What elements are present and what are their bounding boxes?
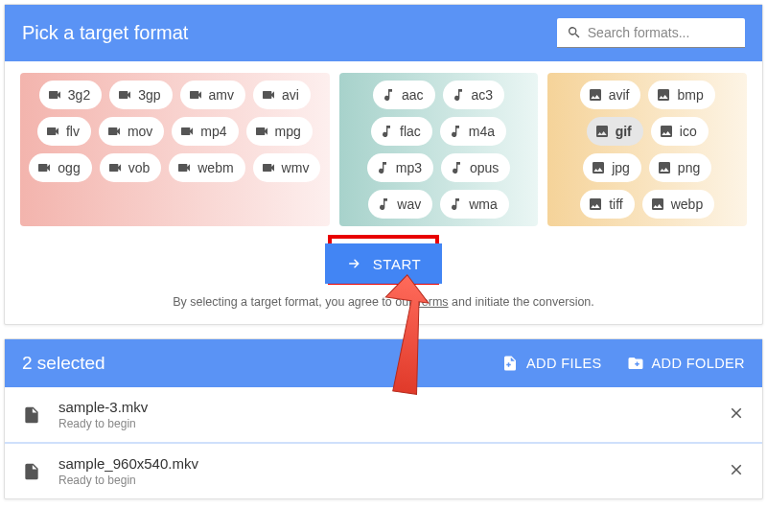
video-icon [47,87,62,103]
audio-icon [375,160,390,175]
add-files-button[interactable]: ADD FILES [501,355,602,372]
chip-label: flv [66,124,80,139]
image-icon [594,124,610,139]
add-folder-label: ADD FOLDER [652,356,745,371]
search-icon [567,24,582,41]
audio-icon [448,124,463,139]
image-group: avifbmpgificojpgpngtiffwebp [547,73,747,226]
chip-label: wma [469,197,498,212]
chip-label: avi [282,87,299,103]
remove-file-button[interactable] [728,461,745,482]
image-icon [650,197,665,212]
panel-title: Pick a target format [22,22,188,44]
chip-label: webp [671,197,703,212]
chip-label: ac3 [472,87,494,103]
image-icon [659,124,674,139]
audio-icon [448,197,463,212]
video-icon [45,124,60,139]
video-icon [179,124,195,139]
chip-label: webm [198,160,233,175]
chip-label: mp3 [396,160,422,175]
file-status: Ready to begin [58,474,728,487]
image-icon [588,87,603,103]
video-icon [36,160,52,175]
chip-label: mp4 [200,124,226,139]
terms-link[interactable]: Terms [416,295,449,309]
format-chip-avi[interactable]: avi [253,81,311,109]
arrow-right-icon [346,255,363,272]
start-label: START [373,256,421,272]
format-chip-webp[interactable]: webp [642,190,714,219]
video-icon [261,160,276,175]
chip-label: ico [680,124,697,139]
chip-label: m4a [469,124,495,139]
format-chip-png[interactable]: png [649,153,711,182]
format-chip-m4a[interactable]: m4a [440,117,506,146]
format-chip-gif[interactable]: gif [587,117,643,146]
chip-label: wmv [282,160,310,175]
chip-label: mov [128,124,152,139]
file-row: sample_960x540.mkvReady to begin [5,442,762,498]
file-status: Ready to begin [58,417,728,430]
add-folder-button[interactable]: ADD FOLDER [627,355,745,372]
format-chip-mov[interactable]: mov [99,117,164,146]
format-chip-tiff[interactable]: tiff [580,190,635,219]
format-chip-mp3[interactable]: mp3 [367,153,433,182]
format-chip-avif[interactable]: avif [580,81,641,109]
file-icon [22,405,41,425]
close-icon [728,461,745,478]
format-chip-opus[interactable]: opus [441,153,510,182]
video-icon [176,160,192,175]
format-chip-ico[interactable]: ico [651,117,709,146]
format-chip-ac3[interactable]: ac3 [443,81,505,109]
chip-label: opus [470,160,499,175]
format-chip-flv[interactable]: flv [37,117,91,146]
search-input-wrap[interactable] [557,18,745,48]
terms-prefix: By selecting a target format, you agree … [173,295,415,309]
format-chip-vob[interactable]: vob [100,153,162,182]
chip-label: flac [400,124,421,139]
chip-label: 3gp [138,87,160,103]
chip-label: png [678,160,700,175]
chip-label: mpg [275,124,301,139]
terms-suffix: and initiate the conversion. [449,295,594,309]
audio-icon [449,160,464,175]
chip-label: aac [402,87,424,103]
format-chip-jpg[interactable]: jpg [583,153,641,182]
format-picker-panel: Pick a target format 3g23gpamvaviflvmovm… [4,4,763,325]
audio-icon [376,197,391,212]
search-input[interactable] [588,25,735,40]
start-row: START [5,226,762,291]
format-chip-mpg[interactable]: mpg [246,117,313,146]
chip-label: ogg [58,160,80,175]
format-chip-wav[interactable]: wav [368,190,432,219]
panel-header: Pick a target format [5,5,762,61]
video-icon [188,87,203,103]
format-chip-wma[interactable]: wma [440,190,509,219]
format-chip-ogg[interactable]: ogg [29,153,91,182]
format-chip-aac[interactable]: aac [373,81,435,109]
remove-file-button[interactable] [728,405,745,426]
format-chip-flac[interactable]: flac [371,117,432,146]
image-icon [588,197,603,212]
close-icon [728,405,745,422]
format-chip-amv[interactable]: amv [180,81,245,109]
format-chip-3g2[interactable]: 3g2 [39,81,102,109]
format-chip-wmv[interactable]: wmv [253,153,321,182]
format-chip-bmp[interactable]: bmp [648,81,714,109]
chip-label: avif [609,87,630,103]
start-button[interactable]: START [325,243,442,284]
file-meta: sample_960x540.mkvReady to begin [58,455,728,487]
video-icon [261,87,276,103]
chip-label: vob [128,160,151,175]
format-chip-mp4[interactable]: mp4 [172,117,238,146]
add-folder-icon [627,355,644,372]
image-icon [657,160,672,175]
file-list-panel: 2 selected ADD FILES ADD FOLDER sample-3… [4,338,763,499]
audio-icon [451,87,466,103]
audio-group: aacac3flacm4amp3opuswavwma [339,73,539,226]
format-chip-webm[interactable]: webm [169,153,244,182]
format-chip-3gp[interactable]: 3gp [109,81,172,109]
chip-label: jpg [612,160,630,175]
file-name: sample_960x540.mkv [58,455,728,472]
